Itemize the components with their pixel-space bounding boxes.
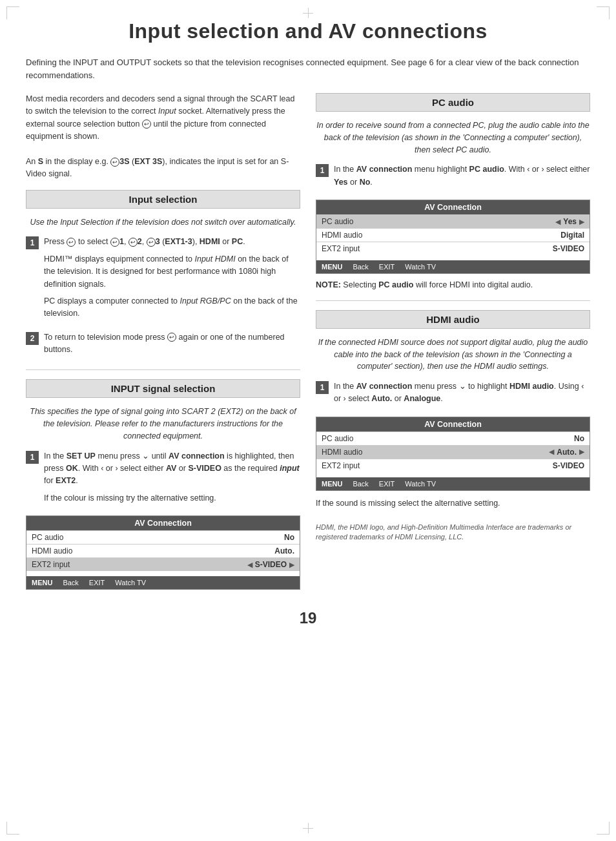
av-arrow-right-ext2: ▶: [289, 561, 294, 569]
intro-text: Defining the INPUT and OUTPUT sockets so…: [26, 56, 590, 81]
av-value-pc-r: Yes: [563, 217, 577, 226]
two-column-layout: Most media recorders and decoders send a…: [26, 93, 590, 594]
av-table-left: AV Connection PC audio No HDMI audio Aut…: [26, 515, 300, 590]
av-row-ext2-r: EXT2 input S-VIDEO: [316, 242, 590, 255]
left-column: Most media recorders and decoders send a…: [26, 93, 300, 594]
av-footer-left: MENU Back EXIT Watch TV: [26, 576, 300, 589]
pc-audio-step1: 1 In the AV connection menu highlight PC…: [316, 163, 590, 193]
input-selection-header: Input selection: [26, 190, 300, 209]
av-footer-hdmi: MENU Back EXIT Watch TV: [316, 477, 590, 490]
av-spacer-r: [316, 255, 590, 260]
av-value-pc-h: No: [574, 434, 584, 443]
av-spacer: [26, 571, 300, 576]
hdmi-audio-step1-num: 1: [316, 381, 329, 394]
av-footer-menu: MENU: [32, 579, 52, 587]
av-arrow-left-ext2: ◀: [247, 561, 252, 569]
corner-mark-tl: [6, 6, 19, 19]
av-row-ext2-left: EXT2 input ◀ S-VIDEO ▶: [26, 557, 300, 571]
step1-content: Press ↩ to select ↩1, ↩2, ↩3 (EXT1-3), H…: [44, 236, 300, 324]
left-top-section: Most media recorders and decoders send a…: [26, 93, 300, 181]
av-value-hdmi-audio: Auto.: [274, 546, 294, 555]
input-signal-step1: 1 In the SET UP menu press ⌄ until AV co…: [26, 450, 300, 510]
av-label-ext2-r: EXT2 input: [322, 244, 553, 253]
av-value-hdmi-h: Auto.: [557, 448, 577, 457]
av-arrow-left-hdmi: ◀: [549, 448, 554, 456]
av-footer-menu-h: MENU: [322, 480, 342, 488]
av-arrow-left-pc: ◀: [555, 218, 560, 226]
corner-mark-bl: [6, 822, 19, 835]
input-signal-header: INPUT signal selection: [26, 379, 300, 398]
av-table-hdmi-header: AV Connection: [316, 417, 590, 431]
av-row-pc-audio-r: PC audio ◀ Yes ▶: [316, 214, 590, 228]
av-arrow-right-hdmi: ▶: [579, 448, 584, 456]
av-label-hdmi-r: HDMI audio: [322, 231, 560, 240]
page-number: 19: [26, 609, 590, 627]
av-row-pc-h: PC audio No: [316, 431, 590, 445]
av-value-pc-audio: No: [284, 533, 294, 542]
av-label-pc-audio: PC audio: [32, 533, 284, 542]
hdmi-audio-intro: If the connected HDMI source does not su…: [316, 337, 590, 373]
hdmi-audio-step1-content: In the AV connection menu press ⌄ to hig…: [334, 380, 590, 410]
av-row-hdmi-h: HDMI audio ◀ Auto. ▶: [316, 445, 590, 459]
page-title: Input selection and AV connections: [26, 19, 590, 43]
av-footer-exit: EXIT: [89, 579, 105, 587]
av-label-ext2-h: EXT2 input: [322, 461, 553, 470]
cross-top: [303, 8, 313, 18]
step1-line2: HDMI™ displays equipment connected to In…: [44, 253, 300, 291]
input-signal-step1-content: In the SET UP menu press ⌄ until AV conn…: [44, 450, 300, 510]
step2-num: 2: [26, 332, 39, 345]
av-footer-menu-pc: MENU: [322, 263, 342, 271]
input-signal-step1-p1: In the SET UP menu press ⌄ until AV conn…: [44, 450, 300, 488]
av-label-hdmi-h: HDMI audio: [322, 448, 549, 457]
av-row-ext2-h: EXT2 input S-VIDEO: [316, 459, 590, 472]
left-top-para1: Most media recorders and decoders send a…: [26, 93, 300, 143]
av-table-pc-audio: AV Connection PC audio ◀ Yes ▶ HDMI audi…: [316, 200, 590, 274]
pc-audio-header: PC audio: [316, 93, 590, 112]
input-signal-step1-p2: If the colour is missing try the alterna…: [44, 492, 300, 504]
pc-audio-step1-text: In the AV connection menu highlight PC a…: [334, 163, 590, 189]
av-footer-back: Back: [63, 579, 78, 587]
hdmi-footer-note: HDMI, the HDMI logo, and High-Definition…: [316, 523, 590, 543]
av-footer-watchtv: Watch TV: [115, 579, 146, 587]
av-label-pc-r: PC audio: [322, 217, 555, 226]
hdmi-after-text: If the sound is missing select the alter…: [316, 497, 590, 510]
av-value-hdmi-r: Digital: [560, 231, 584, 240]
input-selection-intro: Use the Input Selection if the televisio…: [26, 216, 300, 229]
av-value-ext2-h: S-VIDEO: [553, 461, 584, 470]
input-signal-step1-num: 1: [26, 451, 39, 464]
av-footer-back-h: Back: [353, 480, 368, 488]
step1-line1: Press ↩ to select ↩1, ↩2, ↩3 (EXT1-3), H…: [44, 236, 300, 248]
av-footer-exit-pc: EXIT: [379, 263, 395, 271]
hdmi-audio-step1-text: In the AV connection menu press ⌄ to hig…: [334, 380, 590, 406]
av-footer-watchtv-pc: Watch TV: [405, 263, 436, 271]
av-table-left-header: AV Connection: [26, 516, 300, 530]
pc-audio-intro: In order to receive sound from a connect…: [316, 119, 590, 156]
step1-num: 1: [26, 236, 39, 249]
av-arrow-right-pc: ▶: [579, 218, 584, 226]
step1-line3: PC displays a computer connected to Inpu…: [44, 295, 300, 320]
av-label-pc-h: PC audio: [322, 434, 574, 443]
hdmi-audio-step1: 1 In the AV connection menu press ⌄ to h…: [316, 380, 590, 410]
av-value-ext2-r: S-VIDEO: [553, 244, 584, 253]
av-table-pc-header: AV Connection: [316, 200, 590, 214]
pc-audio-step1-content: In the AV connection menu highlight PC a…: [334, 163, 590, 193]
pc-audio-step1-num: 1: [316, 164, 329, 177]
cross-bottom: [303, 823, 313, 833]
av-footer-watchtv-h: Watch TV: [405, 480, 436, 488]
divider2: [316, 300, 590, 301]
av-footer-pc: MENU Back EXIT Watch TV: [316, 260, 590, 273]
av-row-hdmi-audio-left: HDMI audio Auto.: [26, 544, 300, 557]
right-column: PC audio In order to receive sound from …: [316, 93, 590, 542]
av-footer-back-pc: Back: [353, 263, 368, 271]
av-footer-exit-h: EXIT: [379, 480, 395, 488]
av-value-ext2: S-VIDEO: [255, 560, 287, 569]
input-signal-intro: This specifies the type of signal going …: [26, 406, 300, 442]
av-row-pc-audio-left: PC audio No: [26, 530, 300, 544]
step2-text: To return to television mode press ↩ aga…: [44, 331, 300, 357]
divider1: [26, 369, 300, 370]
input-selection-step2: 2 To return to television mode press ↩ a…: [26, 331, 300, 361]
corner-mark-tr: [597, 6, 610, 19]
pc-audio-note: NOTE: Selecting PC audio will force HDMI…: [316, 279, 590, 291]
left-top-para2: An S in the display e.g. ↩3S (EXT 3S), i…: [26, 156, 300, 181]
step2-content: To return to television mode press ↩ aga…: [44, 331, 300, 361]
